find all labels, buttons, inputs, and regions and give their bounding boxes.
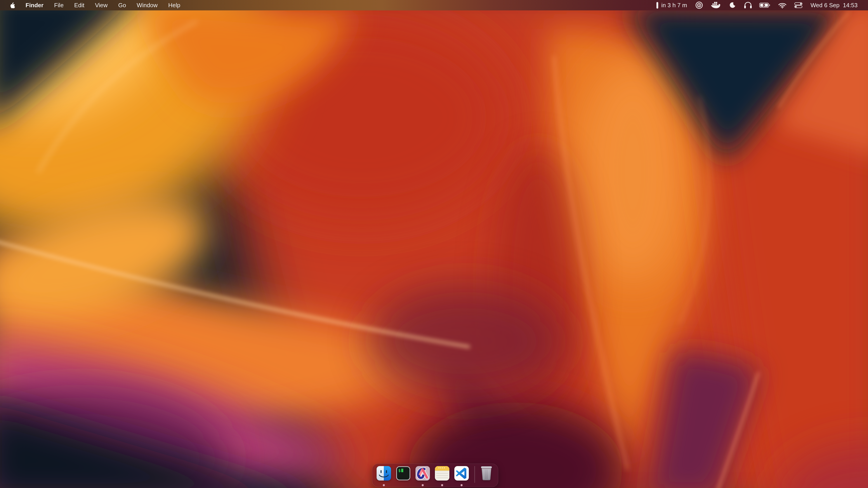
running-indicator <box>461 484 463 486</box>
menubar-clock[interactable]: Wed 6 Sep 14:53 <box>811 2 858 9</box>
menu-view[interactable]: View <box>95 2 107 9</box>
finder-icon <box>377 466 391 481</box>
apple-menu[interactable] <box>9 2 15 8</box>
docker-icon[interactable] <box>711 2 721 9</box>
focus-moon-icon[interactable] <box>729 2 736 9</box>
battery-charging-icon[interactable] <box>759 2 770 8</box>
svg-text:$: $ <box>398 468 401 473</box>
wifi-icon[interactable] <box>778 2 786 8</box>
dock-item-vscode[interactable] <box>452 466 471 486</box>
dock-separator <box>474 466 475 483</box>
running-indicator <box>422 484 424 486</box>
menu-edit[interactable]: Edit <box>74 2 84 9</box>
apple-logo-icon <box>9 2 15 8</box>
headphones-icon[interactable] <box>744 2 752 8</box>
terminal-icon: $ <box>396 466 410 481</box>
timer-text[interactable]: in 3 h 7 m <box>661 2 687 9</box>
menu-bar-left: Finder File Edit View Go Window Help <box>9 2 180 9</box>
dock: $ <box>372 464 498 487</box>
menu-file[interactable]: File <box>54 2 64 9</box>
trash-icon <box>480 466 493 481</box>
1password-icon[interactable] <box>695 1 703 9</box>
arc-browser-icon <box>415 466 430 481</box>
menu-help[interactable]: Help <box>168 2 180 9</box>
menu-bar: Finder File Edit View Go Window Help in … <box>0 0 868 10</box>
dock-item-terminal[interactable]: $ <box>394 466 413 486</box>
desktop[interactable]: Finder File Edit View Go Window Help in … <box>0 0 868 488</box>
running-indicator <box>383 484 385 486</box>
desktop-wallpaper <box>0 0 868 488</box>
dock-item-arc-browser[interactable] <box>413 466 432 486</box>
clock-date: Wed 6 Sep <box>811 2 839 9</box>
dock-item-notes[interactable] <box>432 466 452 486</box>
running-indicator <box>441 484 443 486</box>
vscode-icon <box>454 466 469 481</box>
control-center-icon[interactable] <box>794 2 802 8</box>
notes-icon <box>435 466 450 481</box>
menu-go[interactable]: Go <box>118 2 126 9</box>
dock-item-trash[interactable] <box>478 466 495 486</box>
menu-bar-status: in 3 h 7 m <box>656 1 858 9</box>
dock-item-finder[interactable] <box>374 466 394 486</box>
app-menu-active[interactable]: Finder <box>26 2 43 9</box>
clock-time: 14:53 <box>843 2 858 9</box>
timer-bar-icon[interactable] <box>656 2 658 9</box>
menu-window[interactable]: Window <box>137 2 158 9</box>
